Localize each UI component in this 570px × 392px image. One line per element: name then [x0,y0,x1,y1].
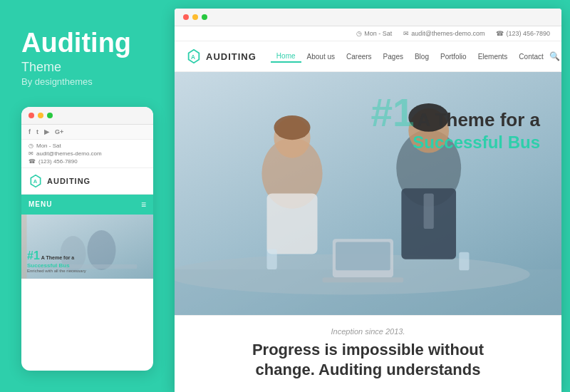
theme-title: Auditing [21,29,153,58]
svg-rect-3 [21,215,27,279]
mobile-menu-label: MENU [28,200,52,208]
phone-icon: ☎ [28,158,36,165]
bottom-title-line2: change. Auditing understands [189,360,547,381]
desktop-clock-icon: ◷ [356,30,362,37]
mobile-top-bar [21,107,153,125]
svg-rect-26 [459,252,469,271]
theme-author: By designthemes [21,76,153,87]
mobile-hero-title2: Successful Bus [27,262,147,269]
mobile-logo-icon: A [28,174,43,188]
googleplus-icon: G+ [55,128,63,135]
svg-rect-16 [266,193,317,254]
svg-rect-25 [266,249,276,269]
mobile-hero-subtitle: Enriched with all the necessary [27,269,147,273]
desktop-hours: ◷ Mon - Sat [356,30,392,37]
mobile-menu-bar[interactable]: MENU ≡ [21,195,153,215]
facebook-icon: f [28,128,31,135]
email-text: audit@themes-demo.com [36,150,102,157]
desktop-nav-items: Home About us Careers Pages Blog Portfol… [271,51,549,63]
desktop-logo-text: AUDITING [206,51,256,62]
nav-elements[interactable]: Elements [472,51,514,62]
bottom-title-line1: Progress is impossible without [189,340,547,361]
mobile-hash: #1 [27,249,40,262]
nav-home[interactable]: Home [271,51,301,63]
svg-rect-24 [323,277,404,282]
clock-icon: ◷ [28,143,33,149]
dot-green [47,113,53,118]
nav-pages[interactable]: Pages [378,51,409,62]
mobile-phone: ☎ (123) 456-7890 [28,158,146,165]
desktop-bottom-section: Inception since 2013. Progress is imposs… [175,315,561,392]
hero-text-block: #1 A Theme for a Successful Bus [370,93,540,153]
mobile-logo-bar: A AUDITING [21,168,153,195]
svg-rect-23 [336,242,390,271]
desktop-phone-icon: ☎ [496,30,504,37]
svg-text:A: A [33,178,38,185]
nav-careers[interactable]: Careers [341,51,378,62]
desktop-dot-yellow [192,14,198,20]
nav-about[interactable]: About us [301,51,341,62]
desktop-hero: #1 A Theme for a Successful Bus [175,72,561,315]
search-icon[interactable]: 🔍 [549,51,560,61]
mobile-info-bar: ◷ Mon - Sat ✉ audit@themes-demo.com ☎ (1… [21,140,153,168]
mobile-social-bar: f t ▶ G+ [21,125,153,140]
desktop-phone-text: (123) 456-7890 [506,30,550,37]
desktop-logo[interactable]: A AUDITING [186,48,256,64]
hours-text: Mon - Sat [36,143,61,149]
mobile-hero: #1 A Theme for a Successful Bus Enriched… [21,215,153,279]
inception-text: Inception since 2013. [189,327,547,336]
nav-blog[interactable]: Blog [409,51,435,62]
hero-main-text: A Theme for a [418,109,540,131]
theme-branding: Auditing Theme By designthemes [21,29,153,87]
mobile-preview-card: f t ▶ G+ ◷ Mon - Sat ✉ audit@themes-demo… [21,107,153,371]
left-panel: Auditing Theme By designthemes f t ▶ G+ … [0,0,175,392]
desktop-info-bar: ◷ Mon - Sat ✉ audit@themes-demo.com ☎ (1… [175,26,561,41]
desktop-email-text: audit@themes-demo.com [411,30,484,37]
desktop-dot-green [202,14,207,20]
nav-contact[interactable]: Contact [513,51,549,62]
email-icon: ✉ [28,150,33,157]
desktop-email-icon: ✉ [403,30,409,37]
svg-point-15 [274,115,310,140]
desktop-phone: ☎ (123) 456-7890 [496,30,550,37]
dot-yellow [38,113,43,118]
svg-text:A: A [191,54,195,61]
svg-rect-21 [424,193,434,229]
theme-subtitle: Theme [21,60,153,75]
hero-accent-text: Successful Bus [370,133,540,153]
mobile-hero-text: #1 A Theme for a Successful Bus Enriched… [27,249,147,273]
mobile-hours: ◷ Mon - Sat [28,143,146,149]
phone-text: (123) 456-7890 [38,158,78,165]
mobile-email: ✉ audit@themes-demo.com [28,150,146,157]
desktop-dot-red [183,14,189,20]
mobile-logo-text: AUDITING [47,177,90,185]
nav-portfolio[interactable]: Portfolio [435,51,472,62]
mobile-hero-title: A Theme for a [41,255,74,260]
hamburger-icon[interactable]: ≡ [141,200,146,210]
desktop-hours-text: Mon - Sat [364,30,392,37]
desktop-email: ✉ audit@themes-demo.com [403,30,484,37]
desktop-logo-icon: A [186,48,202,64]
twitter-icon: t [36,128,38,135]
dot-red [28,113,34,118]
youtube-icon: ▶ [44,128,49,135]
hero-hash: #1 [370,93,414,133]
desktop-nav-bar: A AUDITING Home About us Careers Pages B… [175,41,561,72]
desktop-top-bar [175,9,561,26]
desktop-preview-panel: ◷ Mon - Sat ✉ audit@themes-demo.com ☎ (1… [175,9,561,392]
